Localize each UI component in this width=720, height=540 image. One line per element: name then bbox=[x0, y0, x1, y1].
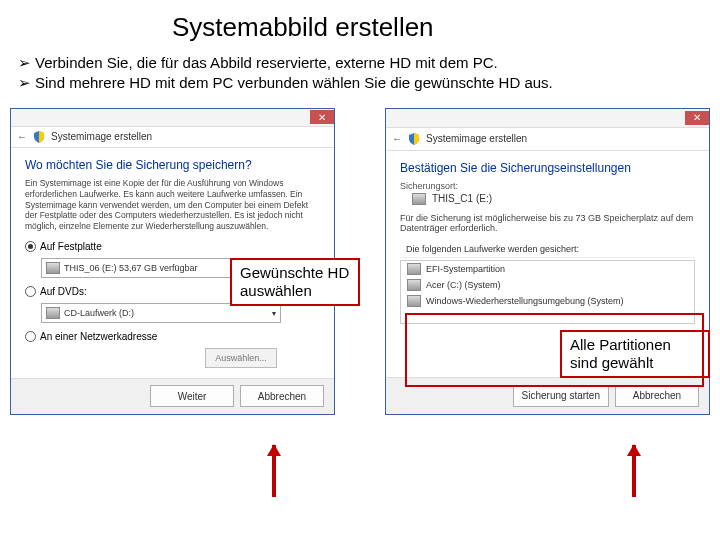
drive-icon bbox=[46, 262, 60, 274]
partition-item: EFI-Systempartition bbox=[401, 261, 694, 277]
start-backup-button[interactable]: Sicherung starten bbox=[513, 385, 609, 407]
close-icon: ✕ bbox=[693, 112, 701, 123]
next-button[interactable]: Weiter bbox=[150, 385, 234, 407]
bullet-arrow-icon: ➢ bbox=[18, 73, 31, 93]
drive-icon bbox=[407, 279, 421, 291]
bullet-text: Verbinden Sie, die für das Abbild reserv… bbox=[35, 53, 498, 73]
target-value: THIS_C1 (E:) bbox=[432, 193, 492, 204]
arrow-to-start-button bbox=[632, 445, 636, 497]
partition-item: Windows-Wiederherstellungsumgebung (Syst… bbox=[401, 293, 694, 309]
breadcrumb: ← Systemimage erstellen bbox=[386, 128, 709, 151]
breadcrumb: ← Systemimage erstellen bbox=[11, 127, 334, 149]
callout-all-partitions: Alle Partitionen sind gewählt bbox=[560, 330, 710, 378]
bullet-list: ➢ Verbinden Sie, die für das Abbild rese… bbox=[18, 53, 702, 94]
drive-icon bbox=[407, 295, 421, 307]
titlebar: ✕ bbox=[386, 109, 709, 128]
dialog-footer: Sicherung starten Abbrechen bbox=[386, 377, 709, 414]
close-button[interactable]: ✕ bbox=[685, 111, 709, 125]
partitions-list: EFI-Systempartition Acer (C:) (System) W… bbox=[400, 260, 695, 324]
radio-icon bbox=[25, 286, 36, 297]
dialog-heading: Wo möchten Sie die Sicherung speichern? bbox=[25, 158, 320, 172]
dialog-heading: Bestätigen Sie die Sicherungseinstellung… bbox=[400, 161, 695, 175]
radio-label: Auf Festplatte bbox=[40, 241, 102, 252]
select-network-button[interactable]: Auswählen... bbox=[205, 348, 277, 368]
dialog-footer: Weiter Abbrechen bbox=[11, 378, 334, 413]
radio-label: An einer Netzwerkadresse bbox=[40, 331, 157, 342]
radio-harddisk[interactable]: Auf Festplatte bbox=[25, 241, 320, 252]
titlebar: ✕ bbox=[11, 109, 334, 127]
cancel-button[interactable]: Abbrechen bbox=[615, 385, 699, 407]
close-button[interactable]: ✕ bbox=[310, 110, 334, 124]
back-arrow-icon[interactable]: ← bbox=[392, 133, 402, 144]
partition-name: Windows-Wiederherstellungsumgebung (Syst… bbox=[426, 296, 624, 306]
partition-name: Acer (C:) (System) bbox=[426, 280, 501, 290]
breadcrumb-text: Systemimage erstellen bbox=[51, 131, 152, 142]
bullet-item: ➢ Verbinden Sie, die für das Abbild rese… bbox=[18, 53, 702, 73]
dvd-dropdown[interactable]: CD-Laufwerk (D:) ▾ bbox=[41, 303, 281, 323]
cancel-button[interactable]: Abbrechen bbox=[240, 385, 324, 407]
drive-icon bbox=[412, 193, 426, 205]
close-icon: ✕ bbox=[318, 112, 326, 123]
target-label: Sicherungsort: bbox=[400, 181, 695, 191]
drive-icon bbox=[407, 263, 421, 275]
drive-icon bbox=[46, 307, 60, 319]
space-info: Für die Sicherung ist möglicherweise bis… bbox=[400, 213, 695, 233]
bullet-arrow-icon: ➢ bbox=[18, 53, 31, 73]
partition-name: EFI-Systempartition bbox=[426, 264, 505, 274]
radio-icon bbox=[25, 331, 36, 342]
partitions-header: Die folgenden Laufwerke werden gesichert… bbox=[400, 241, 695, 258]
slide-title: Systemabbild erstellen bbox=[0, 0, 720, 43]
bullet-text: Sind mehrere HD mit dem PC verbunden wäh… bbox=[35, 73, 553, 93]
arrow-to-next-button bbox=[272, 445, 276, 497]
shield-icon bbox=[33, 131, 45, 143]
dropdown-value: THIS_06 (E:) 53,67 GB verfügbar bbox=[64, 263, 198, 273]
dropdown-value: CD-Laufwerk (D:) bbox=[64, 308, 134, 318]
radio-network[interactable]: An einer Netzwerkadresse bbox=[25, 331, 320, 342]
chevron-down-icon: ▾ bbox=[272, 309, 276, 318]
breadcrumb-text: Systemimage erstellen bbox=[426, 133, 527, 144]
shield-icon bbox=[408, 133, 420, 145]
partition-item: Acer (C:) (System) bbox=[401, 277, 694, 293]
dialog-description: Ein Systemimage ist eine Kopie der für d… bbox=[25, 178, 320, 231]
bullet-item: ➢ Sind mehrere HD mit dem PC verbunden w… bbox=[18, 73, 702, 93]
callout-select-hd: Gewünschte HD auswählen bbox=[230, 258, 360, 306]
back-arrow-icon[interactable]: ← bbox=[17, 131, 27, 142]
radio-label: Auf DVDs: bbox=[40, 286, 87, 297]
radio-icon bbox=[25, 241, 36, 252]
backup-target: THIS_C1 (E:) bbox=[412, 193, 695, 205]
